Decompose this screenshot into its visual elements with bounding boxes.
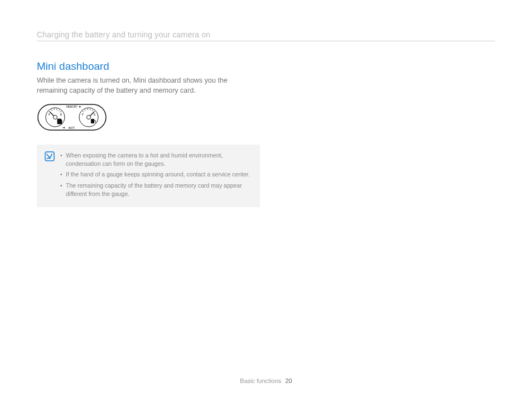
dashboard-gauge-illustration: F E F	[37, 103, 260, 133]
svg-line-14	[90, 109, 91, 110]
note-icon	[45, 151, 55, 161]
note-list: When exposing the camera to a hot and hu…	[60, 151, 252, 200]
svg-rect-19	[91, 119, 94, 123]
gauge-batt-label: BATT.	[69, 127, 75, 130]
gauge-icon: F E F	[37, 103, 107, 131]
svg-line-4	[54, 109, 55, 111]
page-footer: Basic functions 20	[0, 377, 532, 384]
gauge-right-full: F	[82, 113, 84, 116]
page-content: Charging the battery and turning your ca…	[0, 0, 532, 207]
svg-rect-22	[45, 152, 54, 161]
svg-line-13	[88, 109, 88, 111]
footer-page-number: 20	[285, 377, 292, 384]
svg-line-5	[57, 109, 57, 110]
gauge-memory-label: MEMORY	[66, 106, 78, 108]
section-heading: Mini dashboard	[37, 60, 260, 73]
footer-section-name: Basic functions	[240, 377, 281, 384]
note-item: When exposing the camera to a hot and hu…	[60, 151, 252, 168]
svg-point-18	[87, 116, 91, 119]
note-box: When exposing the camera to a hot and hu…	[37, 145, 260, 207]
content-column: Mini dashboard While the camera is turne…	[37, 60, 260, 207]
note-item: If the hand of a gauge keeps spinning ar…	[60, 170, 252, 179]
gauge-left-full: F	[49, 113, 50, 116]
section-intro: While the camera is turned on, Mini dash…	[37, 76, 260, 95]
note-item: The remaining capacity of the battery an…	[60, 181, 252, 198]
svg-point-9	[54, 116, 57, 119]
page-header-breadcrumb: Charging the battery and turning your ca…	[37, 30, 495, 41]
